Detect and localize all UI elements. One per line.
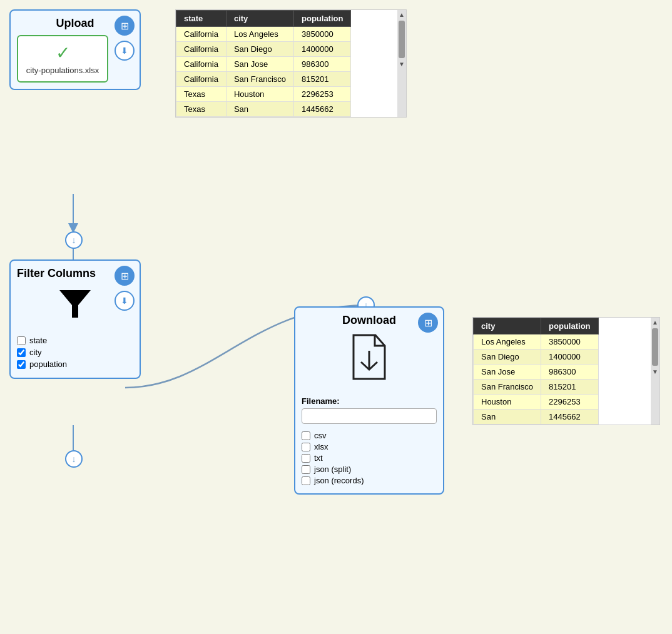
upload-table-header-city: city [226,11,293,27]
connector-circle-2: ↓ [65,450,83,468]
format-xlsx[interactable]: xlsx [302,442,437,451]
format-xlsx-checkbox[interactable] [302,443,310,451]
table-row: CaliforniaSan Francisco815201 [176,72,351,87]
checkbox-city-label: city [29,348,42,357]
table-row: San Diego1400000 [474,350,599,365]
checkbox-state[interactable]: state [17,336,133,345]
download-node: Download ⊞ Filename: csv xlsx txt json (… [294,306,444,495]
download-file-icon [302,332,437,391]
checkbox-city[interactable]: city [17,348,133,357]
download-scrollbar-up[interactable]: ▲ [651,318,659,327]
format-json-records-label: json (records) [314,476,364,485]
checkbox-population[interactable]: population [17,360,133,369]
upload-table-header-population: population [294,11,351,27]
download-scrollbar-down[interactable]: ▼ [651,367,659,376]
arrow-down-icon-2: ↓ [72,454,76,464]
upload-table: state city population CaliforniaLos Ange… [176,10,351,117]
format-json-split[interactable]: json (split) [302,465,437,474]
format-csv-checkbox[interactable] [302,431,310,440]
format-json-records[interactable]: json (records) [302,476,437,485]
format-txt-checkbox[interactable] [302,454,310,463]
filename-label: Filename: [302,396,437,406]
format-json-split-label: json (split) [314,465,351,474]
checkbox-city-input[interactable] [17,348,26,357]
upload-table-container: state city population CaliforniaLos Ange… [175,9,407,118]
upload-table-scroll[interactable]: state city population CaliforniaLos Ange… [176,10,406,117]
download-table-header-population: population [541,318,598,335]
table-row: CaliforniaSan Diego1400000 [176,42,351,57]
format-csv[interactable]: csv [302,431,437,440]
format-csv-label: csv [314,431,327,440]
upload-table-scrollbar[interactable]: ▲ ▼ [397,10,406,117]
table-row: TexasHouston2296253 [176,87,351,102]
checkbox-population-label: population [29,360,67,369]
scrollbar-thumb[interactable] [399,21,405,58]
format-json-split-checkbox[interactable] [302,465,310,474]
check-icon: ✓ [24,43,101,63]
scrollbar-down-arrow[interactable]: ▼ [397,59,406,69]
funnel-icon [17,285,133,330]
svg-marker-4 [59,290,91,318]
table-row: CaliforniaSan Jose986300 [176,57,351,72]
arrow-down-icon-1: ↓ [72,235,76,245]
file-box[interactable]: ✓ city-populations.xlsx [17,35,108,83]
table-row: Houston2296253 [474,395,599,410]
download-table-header-city: city [474,318,541,335]
download-title: Download [302,314,437,327]
download-scrollbar-thumb[interactable] [652,328,658,366]
download-table: city population Los Angeles3850000San Di… [473,318,599,425]
file-name: city-populations.xlsx [24,66,101,75]
checkbox-state-input[interactable] [17,336,26,345]
upload-node: Upload ⊞ ⬇ ✓ city-populations.xlsx [9,9,141,90]
filter-node: Filter Columns ⊞ ⬇ state city population [9,259,141,379]
format-txt-label: txt [314,453,323,463]
table-row: San Jose986300 [474,365,599,380]
table-row: San Francisco815201 [474,380,599,395]
upload-grid-button[interactable]: ⊞ [115,16,135,36]
table-row: TexasSan1445662 [176,102,351,117]
format-json-records-checkbox[interactable] [302,476,310,485]
download-table-scroll[interactable]: city population Los Angeles3850000San Di… [473,318,659,425]
column-checkboxes: state city population [17,336,133,369]
format-txt[interactable]: txt [302,453,437,463]
filter-grid-button[interactable]: ⊞ [115,266,135,286]
scrollbar-up-arrow[interactable]: ▲ [397,10,406,19]
connector-circle-1: ↓ [65,231,83,249]
upload-table-header-state: state [176,11,227,27]
upload-download-button[interactable]: ⬇ [115,41,135,61]
table-row: Los Angeles3850000 [474,335,599,350]
format-options: csv xlsx txt json (split) json (records) [302,431,437,485]
download-table-container: city population Los Angeles3850000San Di… [472,317,660,425]
table-row: San1445662 [474,410,599,425]
checkbox-population-input[interactable] [17,360,26,369]
format-xlsx-label: xlsx [314,442,328,451]
download-grid-button[interactable]: ⊞ [418,313,438,333]
download-table-scrollbar[interactable]: ▲ ▼ [651,318,659,425]
table-row: CaliforniaLos Angeles3850000 [176,27,351,42]
checkbox-state-label: state [29,336,47,345]
filename-input[interactable] [302,408,437,424]
filter-download-button[interactable]: ⬇ [115,291,135,311]
